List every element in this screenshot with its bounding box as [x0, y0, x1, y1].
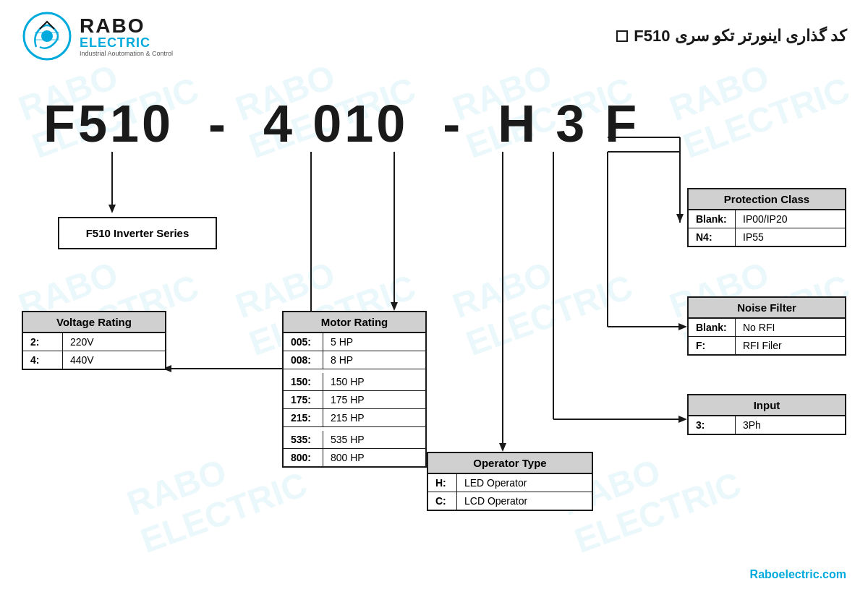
f510-inverter-box: F510 Inverter Series: [58, 217, 217, 249]
voltage-row-2: 4: 440V: [23, 351, 165, 369]
motor-val-2: 8 HP: [323, 351, 381, 369]
protection-class-header: Protection Class: [689, 189, 845, 210]
motor-row-3: 150: 150 HP: [284, 372, 425, 391]
svg-marker-19: [676, 214, 684, 223]
input-header: Input: [689, 395, 845, 416]
motor-key-1: 005:: [284, 333, 323, 351]
input-row-1: 3: 3Ph: [689, 416, 845, 434]
voltage-val-1: 220V: [63, 333, 121, 351]
motor-row-7: 800: 800 HP: [284, 449, 425, 466]
footer-url: Raboelectric.com: [750, 568, 846, 581]
motor-val-4: 175 HP: [323, 391, 381, 408]
motor-row-1: 005: 5 HP: [284, 333, 425, 351]
operator-val-1: LED Operator: [457, 474, 534, 492]
operator-row-1: H: LED Operator: [428, 474, 592, 492]
motor-key-7: 800:: [284, 449, 323, 466]
motor-val-1: 5 HP: [323, 333, 381, 351]
logo-sub: Industrial Aoutomation & Control: [80, 51, 173, 57]
protection-row-1: Blank: IP00/IP20: [689, 210, 845, 228]
logo-rabo: RABO: [80, 16, 173, 36]
motor-val-6: 535 HP: [323, 431, 381, 448]
operator-val-2: LCD Operator: [457, 492, 535, 510]
logo-electric: ELECTRIC: [80, 36, 173, 49]
f510-inverter-label: F510 Inverter Series: [86, 227, 190, 239]
protection-val-1: IP00/IP20: [736, 210, 795, 228]
title-box-icon: [616, 30, 628, 42]
noise-val-2: RFI Filer: [736, 337, 793, 354]
voltage-val-2: 440V: [63, 351, 121, 369]
voltage-rating-header: Voltage Rating: [23, 312, 165, 333]
motor-key-5: 215:: [284, 409, 323, 426]
logo-text: RABO ELECTRIC Industrial Aoutomation & C…: [80, 16, 173, 57]
voltage-key-1: 2:: [23, 333, 63, 351]
voltage-row-1: 2: 220V: [23, 333, 165, 351]
voltage-rating-box: Voltage Rating 2: 220V 4: 440V: [22, 311, 166, 370]
main-content: F510 - 4 010 - H 3 F F510: [0, 72, 868, 592]
noise-filter-header: Noise Filter: [689, 298, 845, 319]
motor-row-4: 175: 175 HP: [284, 391, 425, 409]
noise-filter-box: Noise Filter Blank: No RFI F: RFI Filer: [687, 296, 846, 356]
header: RABO ELECTRIC Industrial Aoutomation & C…: [0, 0, 868, 72]
noise-key-1: Blank:: [689, 319, 736, 336]
svg-marker-16: [678, 323, 687, 330]
motor-key-4: 175:: [284, 391, 323, 408]
header-title: کد گذاری اینورتر تکو سری F510: [616, 27, 846, 46]
noise-key-2: F:: [689, 337, 736, 354]
protection-val-2: IP55: [736, 228, 793, 246]
logo: RABO ELECTRIC Industrial Aoutomation & C…: [22, 11, 173, 61]
input-box: Input 3: 3Ph: [687, 394, 846, 435]
logo-icon: [22, 11, 72, 61]
model-code: F510 - 4 010 - H 3 F: [43, 94, 639, 153]
motor-val-3: 150 HP: [323, 373, 381, 390]
protection-key-1: Blank:: [689, 210, 736, 228]
operator-key-2: C:: [428, 492, 457, 510]
svg-marker-10: [499, 443, 506, 452]
input-key-1: 3:: [689, 416, 736, 434]
protection-key-2: N4:: [689, 228, 736, 246]
motor-key-3: 150:: [284, 373, 323, 390]
motor-row-2: 008: 8 HP: [284, 351, 425, 369]
motor-val-7: 800 HP: [323, 449, 381, 466]
noise-row-1: Blank: No RFI: [689, 319, 845, 337]
motor-row-5: 215: 215 HP: [284, 409, 425, 427]
operator-type-box: Operator Type H: LED Operator C: LCD Ope…: [427, 452, 593, 511]
svg-marker-13: [678, 416, 687, 423]
motor-key-2: 008:: [284, 351, 323, 369]
motor-rating-header: Motor Rating: [284, 312, 425, 333]
noise-row-2: F: RFI Filer: [689, 337, 845, 354]
svg-marker-3: [109, 205, 116, 213]
operator-key-1: H:: [428, 474, 457, 492]
motor-key-6: 535:: [284, 431, 323, 448]
noise-val-1: No RFI: [736, 319, 793, 336]
operator-row-2: C: LCD Operator: [428, 492, 592, 510]
protection-class-box: Protection Class Blank: IP00/IP20 N4: IP…: [687, 188, 846, 247]
motor-rating-box: Motor Rating 005: 5 HP 008: 8 HP 150: 15…: [282, 311, 427, 468]
motor-row-6: 535: 535 HP: [284, 430, 425, 449]
svg-marker-8: [391, 302, 398, 311]
operator-type-header: Operator Type: [428, 453, 592, 474]
motor-val-5: 215 HP: [323, 409, 381, 426]
voltage-key-2: 4:: [23, 351, 63, 369]
input-val-1: 3Ph: [736, 416, 793, 434]
protection-row-2: N4: IP55: [689, 228, 845, 246]
